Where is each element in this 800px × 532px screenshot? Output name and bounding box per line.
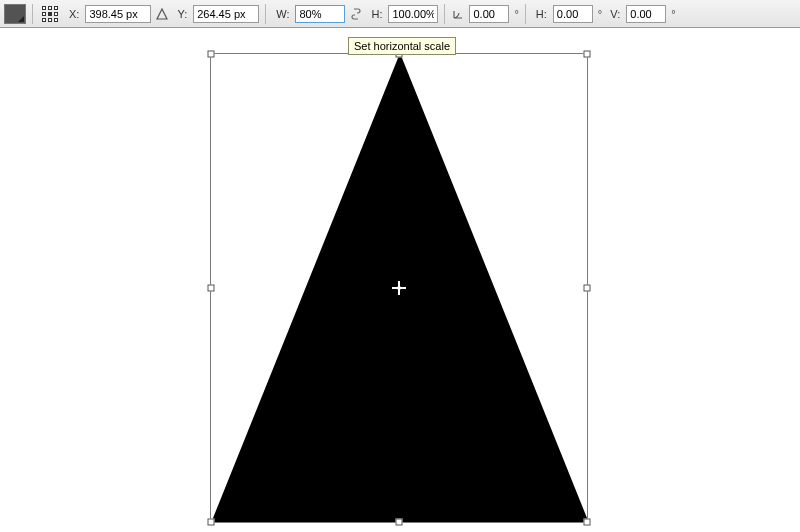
divider	[525, 4, 526, 24]
degree-symbol: °	[597, 8, 602, 20]
handle-w[interactable]	[208, 285, 215, 292]
divider	[444, 4, 445, 24]
y-input[interactable]	[193, 5, 259, 23]
center-point-icon[interactable]	[392, 281, 406, 295]
w-label: W:	[272, 8, 291, 20]
handle-sw[interactable]	[208, 519, 215, 526]
reference-point-grid[interactable]	[39, 3, 61, 25]
handle-e[interactable]	[584, 285, 591, 292]
tooltip-text: Set horizontal scale	[354, 40, 450, 52]
y-label: Y:	[173, 8, 189, 20]
link-icon[interactable]	[349, 7, 363, 21]
handle-se[interactable]	[584, 519, 591, 526]
tool-swatch[interactable]	[4, 4, 26, 24]
shear-h-input[interactable]	[553, 5, 593, 23]
height-scale-input[interactable]	[388, 5, 438, 23]
h-label: H:	[367, 8, 384, 20]
x-label: X:	[65, 8, 81, 20]
degree-symbol: °	[670, 8, 675, 20]
divider	[265, 4, 266, 24]
shear-v-input[interactable]	[626, 5, 666, 23]
x-input[interactable]	[85, 5, 151, 23]
degree-symbol: °	[513, 8, 518, 20]
handle-s[interactable]	[396, 519, 403, 526]
divider	[32, 4, 33, 24]
rotate-input[interactable]	[469, 5, 509, 23]
shear-h-label: H:	[532, 8, 549, 20]
delta-y-icon	[155, 7, 169, 21]
width-scale-input[interactable]	[295, 5, 345, 23]
transform-toolbar: X: Y: W: H: ° H: ° V: °	[0, 0, 800, 28]
canvas[interactable]: Set horizontal scale	[0, 28, 800, 532]
shear-v-label: V:	[606, 8, 622, 20]
handle-ne[interactable]	[584, 51, 591, 58]
tooltip: Set horizontal scale	[348, 37, 456, 55]
bounding-box[interactable]	[210, 53, 588, 523]
angle-icon	[451, 7, 465, 21]
handle-nw[interactable]	[208, 51, 215, 58]
